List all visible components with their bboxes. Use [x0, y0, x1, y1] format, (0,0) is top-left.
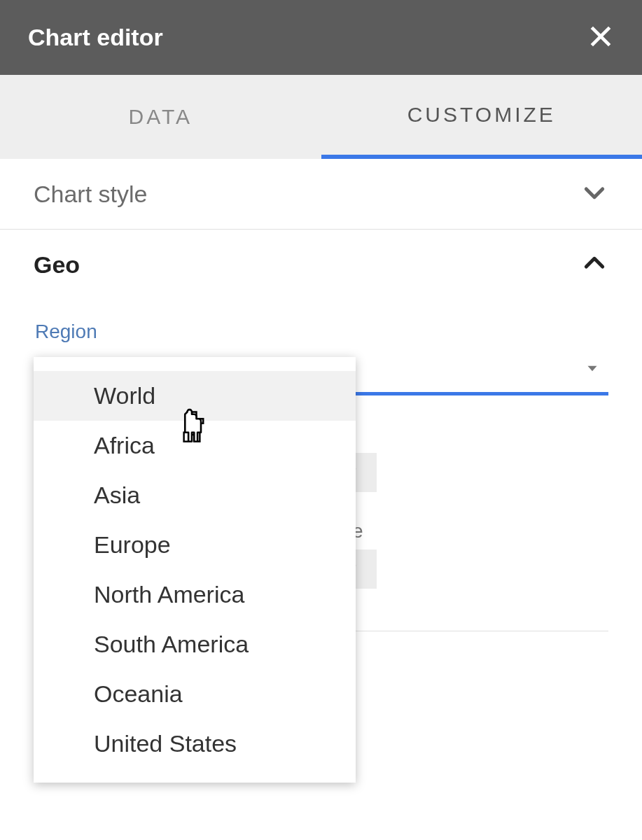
close-button[interactable] — [587, 23, 614, 52]
region-dropdown: World Africa Asia Europe North America S… — [34, 357, 356, 783]
section-chart-style[interactable]: Chart style — [0, 159, 642, 230]
chevron-down-icon — [580, 178, 608, 209]
region-option-asia[interactable]: Asia — [34, 470, 356, 520]
tab-data[interactable]: DATA — [0, 75, 321, 159]
region-label: Region — [35, 321, 608, 343]
region-option-world[interactable]: World — [34, 371, 356, 421]
svg-marker-2 — [588, 366, 597, 372]
region-option-europe[interactable]: Europe — [34, 520, 356, 570]
tab-bar: DATA CUSTOMIZE — [0, 75, 642, 159]
caret-down-icon — [583, 359, 601, 380]
chevron-up-icon — [580, 249, 608, 280]
close-icon — [587, 40, 614, 52]
region-option-oceania[interactable]: Oceania — [34, 669, 356, 719]
section-geo[interactable]: Geo — [0, 230, 642, 300]
chart-editor-panel: Chart editor DATA CUSTOMIZE Chart style … — [0, 0, 642, 840]
region-option-africa[interactable]: Africa — [34, 421, 356, 470]
section-chart-style-title: Chart style — [34, 181, 148, 208]
region-option-united-states[interactable]: United States — [34, 719, 356, 769]
panel-header: Chart editor — [0, 0, 642, 75]
tab-customize[interactable]: CUSTOMIZE — [321, 75, 643, 159]
section-geo-title: Geo — [34, 251, 80, 279]
region-option-south-america[interactable]: South America — [34, 620, 356, 669]
region-option-north-america[interactable]: North America — [34, 570, 356, 620]
panel-title: Chart editor — [28, 24, 163, 51]
